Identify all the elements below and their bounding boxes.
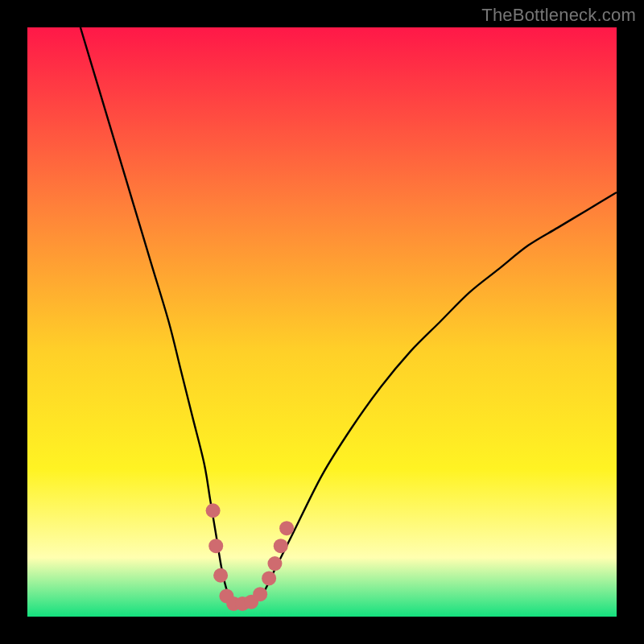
curve-marker <box>208 539 223 553</box>
chart-svg <box>27 27 617 617</box>
curve-marker <box>253 587 267 601</box>
curve-marker <box>267 556 282 571</box>
chart-frame: TheBottleneck.com <box>0 0 644 644</box>
curve-marker <box>274 539 288 553</box>
curve-marker <box>213 568 228 583</box>
plot-area <box>27 27 617 617</box>
curve-marker <box>279 521 294 535</box>
curve-marker <box>206 503 221 518</box>
gradient-background <box>27 27 617 617</box>
attribution-text: TheBottleneck.com <box>481 5 636 26</box>
curve-marker <box>262 571 276 585</box>
